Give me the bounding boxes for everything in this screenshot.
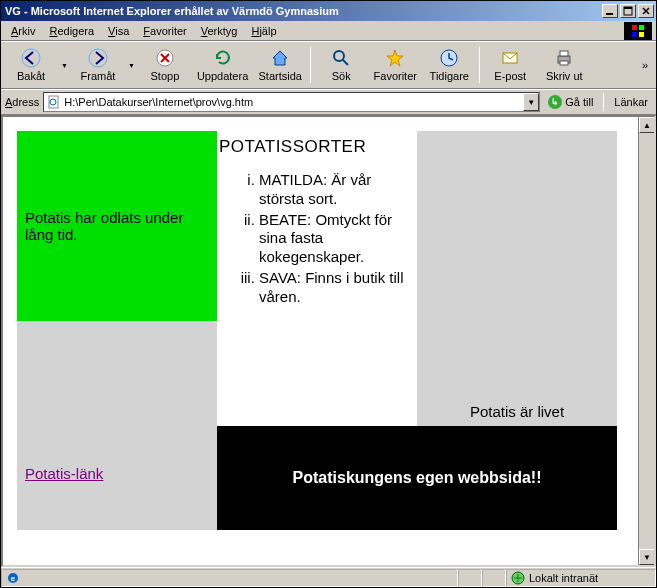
svg-rect-15 [560,51,568,56]
stop-button[interactable]: Stopp [139,44,191,86]
svg-rect-5 [632,32,637,37]
address-separator [603,93,604,111]
svg-line-11 [343,60,348,65]
refresh-icon [213,48,233,68]
titlebar: VG - Microsoft Internet Explorer erhålle… [1,1,656,21]
green-text: Potatis har odlats under lång tid. [25,209,209,243]
back-dropdown[interactable]: ▼ [59,62,70,69]
zone-icon [511,571,525,585]
back-icon [21,48,41,68]
home-button[interactable]: Startsida [254,44,306,86]
banner-text: Potatiskungens egen webbsida!! [293,469,542,487]
close-button[interactable] [638,4,654,18]
scroll-down-button[interactable]: ▼ [639,549,655,565]
toolbar: Bakåt ▼ Framåt ▼ Stopp Uppdatera Startsi… [1,41,656,89]
svg-rect-3 [632,25,637,30]
black-banner: Potatiskungens egen webbsida!! [217,426,617,530]
address-bar: Adress ▼ ↳ Gå till Länkar [1,89,656,115]
svg-rect-0 [606,13,613,15]
list-item: MATILDA: Är vår största sort. [259,171,415,209]
menubar: Arkiv Redigera Visa Favoriter Verktyg Hj… [1,21,656,41]
back-button[interactable]: Bakåt [5,44,57,86]
menu-redigera[interactable]: Redigera [43,23,100,39]
stop-icon [155,48,175,68]
minimize-button[interactable] [602,4,618,18]
maximize-button[interactable] [620,4,636,18]
page-viewport[interactable]: Potatis har odlats under lång tid. POTAT… [3,117,638,565]
status-pane-3 [482,569,506,587]
content-area: Potatis har odlats under lång tid. POTAT… [1,115,656,567]
motto-cell: Potatis är livet [417,321,617,426]
go-icon: ↳ [548,95,562,109]
sorts-heading: POTATISSORTER [219,137,415,157]
favorites-icon [385,48,405,68]
text-cell: POTATISSORTER MATILDA: Är vår största so… [217,131,417,426]
links-button[interactable]: Länkar [610,92,652,112]
toolbar-overflow[interactable]: » [638,59,652,71]
sorts-list: MATILDA: Är vår största sort. BEATE: Omt… [219,171,415,306]
list-item: BEATE: Omtyckt för sina fasta kokegenska… [259,211,415,267]
address-label: Adress [5,96,39,108]
page-icon [46,95,62,109]
menu-verktyg[interactable]: Verktyg [195,23,244,39]
print-button[interactable]: Skriv ut [538,44,590,86]
grey-top-right [417,131,617,321]
grey-left-link: Potatis-länk [17,321,217,530]
svg-rect-2 [624,7,632,9]
svg-rect-16 [560,61,568,65]
search-icon [331,48,351,68]
menu-hjalp[interactable]: Hjälp [245,23,282,39]
mail-button[interactable]: E-post [484,44,536,86]
history-icon [439,48,459,68]
menu-arkiv[interactable]: Arkiv [5,23,41,39]
page-grid: Potatis har odlats under lång tid. POTAT… [17,131,624,530]
svg-rect-4 [639,25,644,30]
address-input-wrap: ▼ [43,92,540,112]
refresh-button[interactable]: Uppdatera [193,44,252,86]
search-button[interactable]: Sök [315,44,367,86]
window-title: VG - Microsoft Internet Explorer erhålle… [5,5,600,17]
mail-icon [500,48,520,68]
status-pane-2 [458,569,482,587]
motto-text: Potatis är livet [470,403,564,420]
address-input[interactable] [64,94,523,110]
svg-rect-6 [639,32,644,37]
forward-button[interactable]: Framåt [72,44,124,86]
svg-text:e: e [11,574,16,583]
potatis-link[interactable]: Potatis-länk [25,465,209,482]
history-button[interactable]: Tidigare [423,44,475,86]
toolbar-separator [479,47,480,83]
green-cell: Potatis har odlats under lång tid. [17,131,217,321]
print-icon [554,48,574,68]
home-icon [270,48,290,68]
svg-point-10 [334,51,344,61]
menu-favoriter[interactable]: Favoriter [137,23,192,39]
window: VG - Microsoft Internet Explorer erhålle… [0,0,657,588]
address-dropdown[interactable]: ▼ [523,93,539,111]
statusbar: e Lokalt intranät [1,567,656,587]
go-button[interactable]: ↳ Gå till [544,92,597,112]
status-main: e [1,569,458,587]
menu-visa[interactable]: Visa [102,23,135,39]
list-item: SAVA: Finns i butik till våren. [259,269,415,307]
vertical-scrollbar[interactable]: ▲ ▼ [638,117,654,565]
scroll-up-button[interactable]: ▲ [639,117,655,133]
favorites-button[interactable]: Favoriter [369,44,421,86]
toolbar-separator [310,47,311,83]
status-zone: Lokalt intranät [506,569,656,587]
forward-dropdown[interactable]: ▼ [126,62,137,69]
zone-text: Lokalt intranät [529,572,598,584]
ie-logo [624,22,652,40]
ie-icon: e [6,571,20,585]
forward-icon [88,48,108,68]
